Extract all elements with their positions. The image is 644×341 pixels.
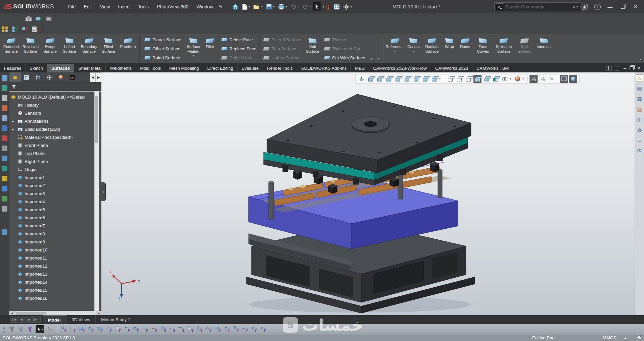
extract-features-button[interactable] — [1, 25, 9, 33]
boundary-surface-button[interactable]: Boundary Surface — [79, 35, 99, 62]
planar-surface-button[interactable]: Planar Surface — [143, 36, 183, 44]
open-button[interactable]: ▾ — [252, 3, 264, 11]
toolbar-grip[interactable] — [3, 326, 5, 333]
view-left-button[interactable] — [385, 75, 393, 83]
filter-solid-bodies-icon[interactable] — [97, 326, 103, 333]
select-all-filters-icon[interactable] — [27, 326, 33, 333]
wrap-button[interactable]: Wrap — [442, 35, 457, 62]
task-pane-design-library-icon[interactable]: ▦ — [636, 95, 643, 103]
new-document-button[interactable]: ▾ — [241, 3, 251, 11]
left-tool-icon[interactable] — [2, 95, 7, 101]
view-orientation-button[interactable] — [430, 75, 438, 83]
tab-evaluate[interactable]: Evaluate — [238, 64, 263, 72]
hscroll-left-icon[interactable]: ◀ — [9, 311, 15, 315]
menu-file[interactable]: File — [65, 3, 79, 11]
filter-routing-points-icon[interactable] — [260, 326, 267, 333]
filter-sketches-icon[interactable] — [133, 326, 140, 333]
tree-filter-input[interactable] — [18, 84, 99, 89]
tree-item-front-plane[interactable]: Front Plane — [9, 141, 94, 149]
expand-arrow-icon[interactable]: ▸ — [12, 119, 15, 123]
document-restore-icon[interactable] — [630, 66, 634, 70]
filter-center-marks-icon[interactable] — [160, 326, 167, 333]
mold-model[interactable] — [242, 86, 498, 314]
left-tool-icon[interactable] — [2, 229, 7, 235]
filter-vertices-icon[interactable] — [60, 326, 67, 333]
tree-item-imported[interactable]: Imported10 — [9, 246, 94, 254]
last-tab-icon[interactable]: ▶❘ — [33, 317, 41, 323]
filter-centerlines-icon[interactable] — [169, 326, 176, 333]
task-pane-view-palette-icon[interactable]: ◫ — [636, 116, 643, 123]
tree-item-imported[interactable]: Imported3 — [9, 189, 94, 197]
tab-mold-tools[interactable]: Mold Tools — [136, 64, 165, 72]
view-isometric-button[interactable] — [421, 75, 429, 83]
tree-item-imported[interactable]: Imported8 — [9, 230, 94, 238]
left-tool-icon[interactable] — [2, 125, 7, 131]
tab-camworks-2023[interactable]: CAMWorks 2023 — [431, 64, 472, 72]
filter-surface-finish-icon[interactable] — [224, 326, 230, 333]
task-pane-appearances-icon[interactable]: ◍ — [636, 126, 643, 134]
hscroll-right-icon[interactable]: ▶ — [96, 311, 101, 315]
home-button[interactable] — [231, 3, 240, 11]
reference-caret-icon[interactable]: ▾ — [394, 50, 396, 53]
face-curves-button[interactable]: Face Curves — [473, 35, 493, 62]
display-manager-tab[interactable] — [55, 72, 66, 82]
tree-item-top-plane[interactable]: Top Plane — [9, 149, 94, 157]
tab-sheet-metal[interactable]: Sheet Metal — [74, 64, 106, 72]
property-manager-tab[interactable] — [21, 72, 32, 82]
flyout-caret-icon[interactable]: ▾ — [368, 35, 375, 62]
cut-with-surface-button[interactable]: Cut With Surface — [322, 54, 367, 62]
tab-render-tools[interactable]: Render Tools — [263, 64, 297, 72]
graphics-viewport[interactable]: ▾ ▾ ▾ — [101, 72, 635, 315]
menu-photoview360[interactable]: PhotoView 360 — [153, 3, 192, 11]
filter-faces-icon[interactable] — [79, 326, 85, 333]
lofted-surface-button[interactable]: Lofted Surface — [60, 35, 79, 62]
filter-sketch-points-icon[interactable] — [124, 326, 131, 333]
view-right-button[interactable] — [394, 75, 402, 83]
tab-solidworks-addins[interactable]: SOLIDWORKS Add-Ins — [297, 64, 351, 72]
left-tool-icon[interactable] — [2, 75, 7, 81]
tab-direct-editing[interactable]: Direct Editing — [203, 64, 237, 72]
filter-gtol-icon[interactable] — [215, 326, 221, 333]
view-top-button[interactable] — [403, 75, 411, 83]
pin-menu-icon[interactable]: ✒ — [216, 2, 226, 12]
task-pane-resources-icon[interactable]: ▤ — [636, 85, 643, 92]
curves-caret-icon[interactable]: ▾ — [413, 50, 414, 53]
task-pane-home-icon[interactable]: ⌂ — [636, 74, 643, 82]
hidden-lines-visible-button[interactable] — [455, 75, 463, 83]
filter-axes-icon[interactable] — [106, 326, 112, 333]
select-arrow-caret-icon[interactable]: ▾ — [42, 328, 43, 331]
tab-weldments[interactable]: Weldments — [106, 64, 136, 72]
task-pane-file-explorer-icon[interactable]: ▥ — [636, 106, 643, 113]
hide-annotations-button[interactable] — [548, 75, 556, 83]
wireframe-button[interactable] — [446, 75, 454, 83]
tree-item-imported[interactable]: Imported14 — [9, 278, 94, 286]
next-tab-icon[interactable]: ▶ — [26, 317, 33, 323]
view-settings-button[interactable] — [530, 75, 538, 83]
search-input[interactable] — [505, 4, 572, 9]
task-pane-custom-properties-icon[interactable]: ≡ — [636, 137, 643, 144]
tab-surfaces[interactable]: Surfaces — [47, 64, 74, 72]
task-pane-forum-icon[interactable]: ◳ — [636, 147, 643, 155]
ribbon-collapse-icon[interactable]: ˄ — [639, 58, 641, 62]
surface-flatten-caret-icon[interactable]: ▾ — [193, 54, 194, 57]
tree-item-origin[interactable]: Origin — [9, 165, 94, 173]
tree-item-root[interactable]: MOLD 10 ALU (Default) <<Defaul — [9, 93, 94, 101]
tree-item-imported[interactable]: Imported5 — [9, 206, 94, 214]
filter-planes-icon[interactable] — [115, 326, 122, 333]
units-selector[interactable]: MMGS ▲ — [603, 335, 627, 340]
dimxpert-manager-tab[interactable] — [44, 72, 55, 82]
first-tab-icon[interactable]: ❘◀ — [10, 317, 17, 323]
display-style-button[interactable] — [501, 75, 509, 83]
tab-mesh-modeling[interactable]: Mesh Modeling — [165, 64, 203, 72]
filter-blocks-icon[interactable] — [242, 326, 248, 333]
render-preview-button[interactable] — [569, 75, 577, 83]
fillet-button[interactable]: Fillet — [202, 35, 217, 62]
filter-edges-icon[interactable] — [70, 326, 76, 333]
tab-scroll-left-icon[interactable]: ◀ — [90, 72, 96, 82]
tree-item-material[interactable]: Material <not specified> — [9, 133, 94, 141]
tree-item-imported[interactable]: Imported6 — [9, 214, 94, 222]
new-document-caret-icon[interactable]: ▾ — [248, 5, 250, 8]
configuration-manager-tab[interactable] — [32, 72, 44, 82]
split-pane-icon[interactable] — [606, 66, 611, 70]
spline-on-surface-button[interactable]: Spline on Surface — [493, 35, 515, 62]
